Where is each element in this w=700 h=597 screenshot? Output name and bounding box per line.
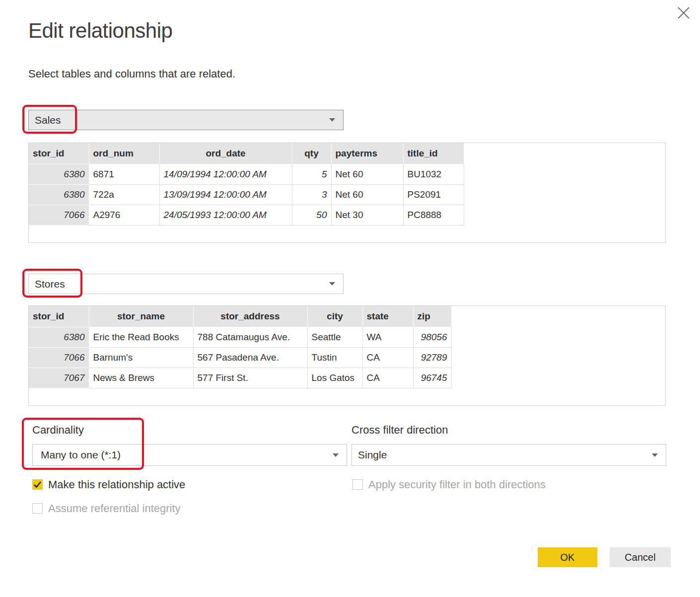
table-header-row: stor_idstor_namestor_addresscitystatezip [29, 306, 451, 327]
table-row: 6380722a13/09/1994 12:00:00 AM3Net 60PS2… [29, 184, 464, 205]
table-cell-qty[interactable]: 50 [292, 205, 331, 225]
make-relationship-active-checkbox[interactable] [32, 479, 43, 490]
dialog-subtitle: Select tables and columns that are relat… [28, 68, 235, 80]
table-cell-stor_id[interactable]: 6380 [29, 327, 89, 347]
table-cell-state[interactable]: CA [362, 347, 413, 368]
assume-referential-integrity-label: Assume referential integrity [48, 502, 181, 515]
table-cell-stor_id[interactable]: 7066 [29, 205, 89, 225]
stores-table: stor_idstor_namestor_addresscitystatezip… [29, 306, 452, 388]
column-header-city[interactable]: city [307, 306, 362, 327]
cross-filter-direction-select[interactable]: Single [351, 444, 666, 466]
sales-table-select-value: Sales [29, 114, 61, 126]
table-cell-stor_id[interactable]: 7066 [29, 347, 89, 368]
cardinality-label: Cardinality [32, 424, 84, 437]
make-relationship-active-label[interactable]: Make this relationship active [48, 478, 185, 491]
edit-relationship-dialog: { "dialog": { "title": "Edit relationshi… [0, 0, 700, 597]
column-header-stor_id[interactable]: stor_id [29, 306, 89, 327]
cross-filter-select-value: Single [352, 449, 387, 461]
apply-security-filter-checkbox [352, 479, 363, 490]
column-header-state[interactable]: state [362, 306, 413, 327]
cancel-button[interactable]: Cancel [610, 547, 671, 567]
table-cell-stor_id[interactable]: 6380 [29, 164, 89, 184]
table-row: 6380Eric the Read Books788 Catamaugus Av… [29, 327, 451, 347]
table-cell-stor_address[interactable]: 567 Pasadena Ave. [193, 347, 307, 368]
sales-table: stor_idord_numord_dateqtypaytermstitle_i… [29, 143, 464, 225]
table-cell-state[interactable]: CA [362, 368, 413, 388]
column-header-payterms[interactable]: payterms [331, 143, 403, 164]
table-cell-stor_address[interactable]: 788 Catamaugus Ave. [193, 327, 307, 347]
column-header-zip[interactable]: zip [413, 306, 451, 327]
table-cell-ord_num[interactable]: 6871 [89, 164, 159, 184]
table-cell-ord_num[interactable]: 722a [89, 184, 159, 205]
chevron-down-icon [329, 118, 335, 122]
table-row: 7067News & Brews577 First St.Los GatosCA… [29, 368, 451, 388]
table-cell-city[interactable]: Los Gatos [307, 368, 362, 388]
apply-security-filter-label: Apply security filter in both directions [368, 478, 546, 491]
cardinality-select[interactable]: Many to one (*:1) [32, 444, 347, 466]
table-row: 7066A297624/05/1993 12:00:00 AM50Net 30P… [29, 205, 464, 225]
table-cell-stor_id[interactable]: 7067 [29, 368, 89, 388]
table-row: 6380687114/09/1994 12:00:00 AM5Net 60BU1… [29, 164, 464, 184]
table-cell-payterms[interactable]: Net 30 [331, 205, 403, 225]
column-header-title_id[interactable]: title_id [403, 143, 464, 164]
chevron-down-icon [333, 453, 339, 457]
table-cell-zip[interactable]: 96745 [413, 368, 451, 388]
chevron-down-icon [652, 453, 658, 457]
table-cell-stor_address[interactable]: 577 First St. [193, 368, 307, 388]
cardinality-select-value: Many to one (*:1) [33, 449, 121, 461]
table-cell-title_id[interactable]: PS2091 [403, 184, 464, 205]
table-cell-zip[interactable]: 98056 [413, 327, 451, 347]
dialog-title: Edit relationship [28, 19, 172, 43]
column-header-stor_address[interactable]: stor_address [193, 306, 307, 327]
table-cell-ord_num[interactable]: A2976 [89, 205, 159, 225]
sales-preview-table: stor_idord_numord_dateqtypaytermstitle_i… [28, 143, 666, 243]
column-header-stor_name[interactable]: stor_name [89, 306, 193, 327]
column-header-ord_num[interactable]: ord_num [89, 143, 159, 164]
table-cell-qty[interactable]: 3 [292, 184, 331, 205]
table-cell-city[interactable]: Tustin [307, 347, 362, 368]
table-cell-stor_name[interactable]: Eric the Read Books [89, 327, 193, 347]
ok-button[interactable]: OK [538, 547, 597, 567]
table-cell-title_id[interactable]: PC8888 [403, 205, 464, 225]
table-cell-payterms[interactable]: Net 60 [331, 184, 403, 205]
stores-table-select[interactable]: Stores [28, 274, 344, 294]
table-cell-payterms[interactable]: Net 60 [331, 164, 403, 184]
assume-referential-integrity-checkbox [32, 503, 43, 514]
stores-preview-table: stor_idstor_namestor_addresscitystatezip… [28, 305, 666, 406]
table-cell-city[interactable]: Seattle [307, 327, 362, 347]
table-cell-zip[interactable]: 92789 [413, 347, 451, 368]
checkmark-icon [33, 480, 42, 489]
close-icon [676, 5, 691, 20]
column-header-stor_id[interactable]: stor_id [29, 143, 89, 164]
table-cell-ord_date[interactable]: 13/09/1994 12:00:00 AM [159, 184, 292, 205]
table-cell-ord_date[interactable]: 14/09/1994 12:00:00 AM [159, 164, 292, 184]
cross-filter-direction-label: Cross filter direction [351, 424, 448, 437]
close-button[interactable] [675, 5, 692, 22]
table-header-row: stor_idord_numord_dateqtypaytermstitle_i… [29, 143, 464, 164]
sales-table-select[interactable]: Sales [28, 110, 344, 130]
table-cell-state[interactable]: WA [362, 327, 413, 347]
table-cell-stor_id[interactable]: 6380 [29, 184, 89, 205]
table-cell-qty[interactable]: 5 [292, 164, 331, 184]
column-header-ord_date[interactable]: ord_date [159, 143, 292, 164]
table-cell-stor_name[interactable]: News & Brews [89, 368, 193, 388]
column-header-qty[interactable]: qty [292, 143, 331, 164]
table-cell-title_id[interactable]: BU1032 [403, 164, 464, 184]
table-cell-ord_date[interactable]: 24/05/1993 12:00:00 AM [159, 205, 292, 225]
table-cell-stor_name[interactable]: Barnum's [89, 347, 193, 368]
stores-table-select-value: Stores [29, 278, 65, 290]
chevron-down-icon [329, 282, 335, 286]
table-row: 7066Barnum's567 Pasadena Ave.TustinCA927… [29, 347, 451, 368]
